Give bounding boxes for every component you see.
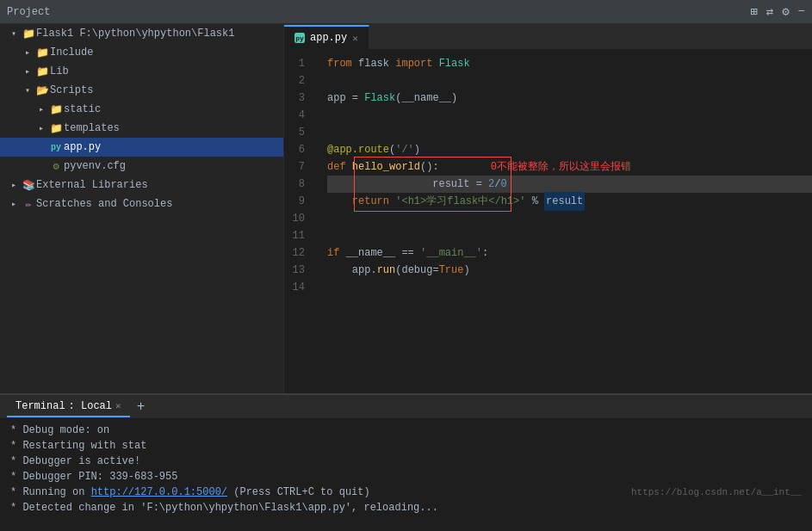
tab-bar: py app.py ✕	[284, 24, 812, 50]
code-editor[interactable]: 1 2 3 4 5 ▾ 6 ▾ 7 8 9 10 11 ▶ 1	[284, 50, 812, 393]
ln-3: 3	[284, 90, 313, 107]
dot-run: .	[370, 262, 376, 279]
code-line-4	[327, 107, 812, 124]
scripts-arrow	[21, 85, 34, 96]
sidebar-item-templates[interactable]: 📁 templates	[0, 119, 283, 138]
run-paren1: (	[395, 262, 401, 279]
minimize-icon[interactable]: −	[798, 4, 805, 19]
tab-py-icon: py	[294, 33, 305, 43]
tab-close-icon[interactable]: ✕	[352, 33, 358, 44]
sidebar-item-scripts[interactable]: 📂 Scripts	[0, 81, 283, 100]
add-terminal-button[interactable]: +	[133, 399, 149, 415]
var-app: app	[327, 90, 352, 107]
code-line-10	[327, 210, 812, 227]
include-arrow	[21, 47, 34, 58]
editor-area: py app.py ✕ 1 2 3 4 5 ▾ 6 ▾ 7	[284, 24, 812, 393]
mod-flask: flask	[358, 55, 395, 72]
sidebar-item-include[interactable]: 📁 Include	[0, 43, 283, 62]
terminal-text-5: * Running on http://127.0.0.1:5000/ (Pre…	[10, 485, 370, 500]
ln-1: 1	[284, 55, 313, 72]
code-line-3: app = Flask(__name__)	[327, 90, 812, 107]
code-line-8: result = 2/0	[327, 176, 812, 193]
scripts-folder-icon: 📂	[34, 84, 50, 97]
var-result: result	[432, 178, 475, 190]
kw-return: return	[352, 193, 395, 210]
tab-app-py[interactable]: py app.py ✕	[284, 25, 369, 49]
route-str: '/'	[395, 141, 414, 158]
project-name: Flask1 F:\python\yhpython\Flask1	[36, 28, 234, 40]
terminal-tab[interactable]: Terminal : Local ✕	[7, 397, 130, 417]
op-assign: =	[476, 178, 488, 190]
kw-if: if	[327, 244, 346, 262]
code-line-1: from flask import Flask	[327, 55, 812, 72]
project-arrow	[7, 28, 21, 39]
ln-10: 10	[284, 210, 313, 227]
terminal-line-6: * Detected change in 'F:\python\yhpython…	[10, 500, 802, 516]
run-paren2: )	[463, 262, 469, 279]
op-eq: =	[352, 90, 364, 107]
code-line-2	[327, 72, 812, 90]
ext-lib-icon: 📚	[21, 179, 36, 192]
diff-icon[interactable]: ⇄	[766, 4, 773, 19]
terminal-text-2: * Restarting with stat	[10, 438, 146, 454]
templates-arrow	[34, 123, 48, 133]
project-root[interactable]: 📁 Flask1 F:\python\yhpython\Flask1	[0, 24, 283, 43]
grid-icon[interactable]: ⊞	[750, 4, 757, 19]
scratches-icon: ✏	[21, 198, 36, 211]
kw-arg: debug	[401, 262, 432, 279]
ln-5: 5	[284, 124, 313, 141]
ln-8: 8	[284, 176, 313, 193]
ln-12: ▶ 12	[284, 244, 313, 262]
static-label: static	[64, 103, 101, 115]
line-numbers: 1 2 3 4 5 ▾ 6 ▾ 7 8 9 10 11 ▶ 1	[284, 53, 327, 390]
str-main: '__main__'	[420, 244, 482, 262]
var-app-2: app	[352, 262, 371, 279]
sidebar-item-scratches[interactable]: ✏ Scratches and Consoles	[0, 194, 283, 213]
include-folder-icon: 📁	[34, 46, 50, 59]
scripts-label: Scripts	[50, 84, 93, 96]
error-comment: 0不能被整除，所以这里会报错	[491, 158, 631, 176]
colon-12: :	[482, 244, 488, 262]
paren-2: )	[451, 90, 457, 107]
code-line-11	[327, 227, 812, 244]
sidebar: 📁 Flask1 F:\python\yhpython\Flask1 📁 Inc…	[0, 24, 284, 393]
terminal-text-4: * Debugger PIN: 339-683-955	[10, 469, 177, 485]
ln-14: 14	[284, 279, 313, 296]
dunder-name: __name__	[401, 90, 451, 107]
ln-9: 9	[284, 193, 313, 210]
sidebar-item-lib[interactable]: 📁 Lib	[0, 62, 283, 81]
main-layout: 📁 Flask1 F:\python\yhpython\Flask1 📁 Inc…	[0, 24, 812, 393]
terminal-line-1: * Debug mode: on	[10, 423, 802, 438]
static-folder-icon: 📁	[48, 103, 64, 116]
kw-import: import	[395, 55, 438, 72]
terminal-text-1: * Debug mode: on	[10, 423, 109, 438]
terminal-sub-label: : Local	[69, 400, 112, 412]
ln-11: 11	[284, 227, 313, 244]
top-bar: Project ⊞ ⇄ ⚙ −	[0, 0, 812, 24]
lib-folder-icon: 📁	[34, 65, 50, 78]
terminal-text-3: * Debugger is active!	[10, 454, 140, 469]
templates-label: templates	[64, 122, 120, 134]
scratches-label: Scratches and Consoles	[36, 198, 172, 210]
fn-flask-call: Flask	[364, 90, 395, 107]
terminal-close-icon[interactable]: ✕	[115, 400, 121, 411]
terminal-line-2: * Restarting with stat	[10, 438, 802, 454]
indent-8	[327, 176, 352, 193]
static-arrow	[34, 104, 48, 114]
sidebar-item-app-py[interactable]: py app.py	[0, 138, 283, 157]
pyvenv-label: pyvenv.cfg	[64, 160, 126, 172]
localhost-link[interactable]: http://127.0.0.1:5000/	[91, 486, 227, 498]
sidebar-item-static[interactable]: 📁 static	[0, 100, 283, 119]
sidebar-item-external-libraries[interactable]: 📚 External Libraries	[0, 176, 283, 194]
terminal-content: * Debug mode: on * Restarting with stat …	[0, 419, 812, 531]
settings-icon[interactable]: ⚙	[782, 4, 789, 19]
kw-def: def	[327, 158, 352, 176]
include-label: Include	[50, 46, 93, 59]
terminal-line-5: * Running on http://127.0.0.1:5000/ (Pre…	[10, 485, 802, 500]
var-result-ref: result	[544, 192, 585, 211]
sidebar-item-pyvenv[interactable]: ⚙ pyvenv.cfg	[0, 157, 283, 176]
ext-lib-label: External Libraries	[36, 179, 148, 191]
lib-label: Lib	[50, 65, 69, 77]
ln-7: ▾ 7	[284, 158, 313, 176]
ln-6: ▾ 6	[284, 141, 313, 158]
